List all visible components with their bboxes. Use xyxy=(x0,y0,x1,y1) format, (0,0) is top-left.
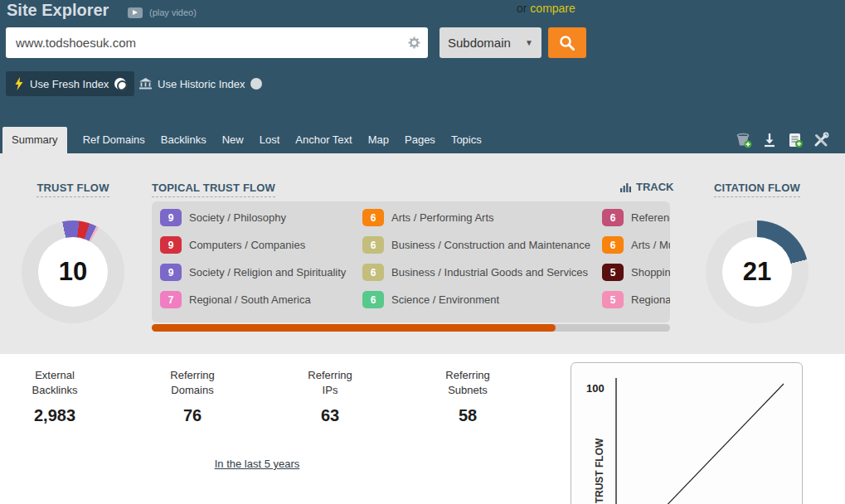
fresh-index-radio[interactable] xyxy=(114,78,126,90)
topical-item[interactable]: 6Arts / Mus xyxy=(602,236,670,254)
tab-anchor-text[interactable]: Anchor Text xyxy=(295,127,352,153)
chart-diagonal-line xyxy=(638,384,784,504)
add-to-bucket-icon[interactable] xyxy=(736,132,752,148)
flow-metrics-chart: 100 TRUST FLOW xyxy=(571,362,803,504)
add-to-report-icon[interactable] xyxy=(787,132,804,148)
download-icon[interactable] xyxy=(761,132,778,148)
tab-lost[interactable]: Lost xyxy=(260,127,280,153)
topical-trust-flow-heading-wrap: TOPICAL TRUST FLOW xyxy=(152,180,275,197)
topical-score-badge: 6 xyxy=(362,291,384,308)
fresh-index-label: Use Fresh Index xyxy=(30,78,109,90)
stat-value: 63 xyxy=(261,406,399,425)
header: Site Explorer (play video) or compare Su… xyxy=(0,0,845,153)
scope-dropdown[interactable]: Subdomain ▼ xyxy=(439,27,541,58)
toolbar-icons xyxy=(736,127,829,153)
topical-item-label: Science / Environment xyxy=(391,293,499,306)
topical-score-badge: 9 xyxy=(160,209,182,226)
site-explorer-page: Site Explorer (play video) or compare Su… xyxy=(0,0,845,504)
tab-ref-domains[interactable]: Ref Domains xyxy=(83,127,145,153)
period-link[interactable]: In the last 5 years xyxy=(215,458,300,470)
topical-score-badge: 5 xyxy=(602,291,624,308)
topical-score-badge: 5 xyxy=(602,264,624,281)
topical-item[interactable]: 5Shopping xyxy=(602,264,670,281)
topical-scrollbar-track[interactable] xyxy=(152,324,670,332)
search-input[interactable] xyxy=(6,27,428,58)
bar-chart-icon xyxy=(620,182,632,192)
topical-item[interactable]: 6Business / Industrial Goods and Service… xyxy=(362,264,602,281)
topical-item[interactable]: 6Science / Environment xyxy=(362,291,602,308)
topical-column: 9Society / Philosophy9Computers / Compan… xyxy=(160,209,362,308)
fresh-index-toggle[interactable]: Use Fresh Index xyxy=(6,71,134,96)
trust-flow-heading-wrap: TRUST FLOW xyxy=(0,180,146,197)
search-box xyxy=(6,27,428,58)
topical-item-label: Society / Religion and Spirituality xyxy=(189,266,346,279)
topical-item[interactable]: 9Society / Philosophy xyxy=(160,209,362,226)
tab-backlinks[interactable]: Backlinks xyxy=(161,127,206,153)
stat-label: External xyxy=(0,368,124,383)
topical-item[interactable]: 5Regional xyxy=(602,291,670,308)
topical-item-label: Arts / Mus xyxy=(631,239,670,251)
or-text: or xyxy=(517,2,527,15)
search-button[interactable] xyxy=(548,27,586,58)
topical-score-badge: 7 xyxy=(160,291,182,308)
topical-scrollbar-thumb[interactable] xyxy=(152,324,556,332)
play-video-icon[interactable] xyxy=(128,7,143,18)
topical-item[interactable]: 6Reference xyxy=(602,209,670,226)
tab-bar: Summary Ref Domains Backlinks New Lost A… xyxy=(2,127,482,153)
stat-label: Subnets xyxy=(399,383,537,398)
topical-item-label: Regional / South America xyxy=(189,293,311,306)
topical-item[interactable]: 6Business / Construction and Maintenance xyxy=(362,236,602,254)
play-video-link[interactable]: (play video) xyxy=(149,7,197,17)
topical-trust-flow-heading: TOPICAL TRUST FLOW xyxy=(152,182,275,197)
topical-score-badge: 9 xyxy=(160,236,182,254)
search-icon xyxy=(558,34,576,52)
tools-icon[interactable] xyxy=(813,132,829,148)
period-link-wrap: In the last 5 years xyxy=(0,456,514,471)
stat-value: 58 xyxy=(399,406,537,425)
bank-icon xyxy=(139,78,152,90)
gear-icon[interactable] xyxy=(408,36,420,49)
compare-row: or compare xyxy=(517,2,575,15)
tab-topics[interactable]: Topics xyxy=(451,127,482,153)
stat-referring-domains: Referring Domains 76 xyxy=(124,368,261,425)
stat-value: 2,983 xyxy=(0,406,124,425)
stat-referring-ips: Referring IPs 63 xyxy=(261,368,399,425)
topical-score-badge: 6 xyxy=(362,264,384,281)
topical-item[interactable]: 6Arts / Performing Arts xyxy=(362,209,602,226)
trust-flow-value: 10 xyxy=(59,257,87,287)
topical-item-label: Reference xyxy=(631,211,670,224)
stat-label: Referring xyxy=(261,368,399,383)
stat-referring-subnets: Referring Subnets 58 xyxy=(399,368,537,425)
topical-score-badge: 6 xyxy=(602,236,624,254)
stat-external-backlinks: External Backlinks 2,983 xyxy=(0,368,124,425)
topical-score-badge: 6 xyxy=(362,209,384,226)
topical-item[interactable]: 7Regional / South America xyxy=(160,291,362,308)
tab-summary[interactable]: Summary xyxy=(2,127,67,153)
topical-score-badge: 6 xyxy=(602,209,624,226)
topical-score-badge: 9 xyxy=(160,264,182,281)
stats-area: External Backlinks 2,983 Referring Domai… xyxy=(0,354,845,504)
historic-index-radio[interactable] xyxy=(250,78,262,90)
tab-map[interactable]: Map xyxy=(368,127,389,153)
stat-label: Backlinks xyxy=(0,383,124,398)
citation-flow-heading-wrap: CITATION FLOW xyxy=(682,180,832,197)
track-button[interactable]: TRACK xyxy=(620,181,674,193)
summary-band: TRUST FLOW TOPICAL TRUST FLOW TRACK CITA… xyxy=(0,153,845,354)
chart-y-label: TRUST FLOW xyxy=(594,438,605,503)
stat-label: Referring xyxy=(124,368,261,383)
topical-item[interactable]: 9Society / Religion and Spirituality xyxy=(160,264,362,281)
topical-trust-flow-panel: 9Society / Philosophy9Computers / Compan… xyxy=(152,201,670,322)
topical-item-label: Business / Construction and Maintenance xyxy=(391,239,590,251)
topical-item-label: Shopping xyxy=(631,266,670,279)
topical-item[interactable]: 9Computers / Companies xyxy=(160,236,362,254)
compare-link[interactable]: compare xyxy=(530,2,575,15)
track-label: TRACK xyxy=(636,181,674,193)
trust-flow-heading: TRUST FLOW xyxy=(36,182,109,197)
topical-item-label: Computers / Companies xyxy=(189,239,305,251)
historic-index-toggle[interactable]: Use Historic Index xyxy=(136,71,265,96)
tab-pages[interactable]: Pages xyxy=(405,127,435,153)
topical-item-label: Arts / Performing Arts xyxy=(391,211,494,224)
tab-new[interactable]: New xyxy=(222,127,244,153)
historic-index-label: Use Historic Index xyxy=(158,78,245,90)
topical-item-label: Regional xyxy=(631,293,670,306)
